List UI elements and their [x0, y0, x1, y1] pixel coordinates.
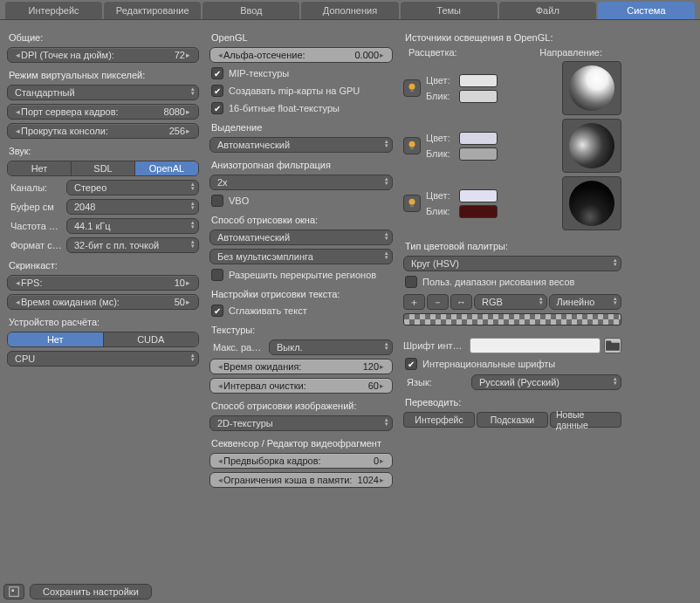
select-selection[interactable]: Автоматический▴▾ [209, 137, 393, 153]
chk-region-overlap[interactable]: Разрешить перекрытие регионов [209, 268, 393, 282]
select-language[interactable]: Русский (Русский)▴▾ [471, 374, 621, 390]
field-memcache[interactable]: ◂ Ограничения кэша в памяти: 1024▸ [209, 472, 393, 488]
chevron-right-icon[interactable]: ▸ [185, 51, 191, 59]
field-console[interactable]: ◂Прокрутка консоли: 256▸ [7, 123, 199, 139]
label-imgmethod: Способ отрисовки изображений: [211, 401, 391, 411]
label-vpix: Режим виртуальных пикселей: [9, 70, 197, 80]
field-fps[interactable]: ◂ FPS: 10▸ [7, 275, 199, 291]
svg-point-4 [409, 199, 415, 205]
select-ramp-interp[interactable]: Линейно▴▾ [549, 294, 622, 310]
select-format[interactable]: 32-бит с пл. точкой▴▾ [66, 237, 199, 253]
field-texgc[interactable]: ◂ Интервал очистки: 60▸ [209, 378, 393, 394]
updown-icon: ▴▾ [191, 86, 195, 95]
select-ramp-mode[interactable]: RGB▴▾ [474, 294, 547, 310]
field-alphaclip[interactable]: ◂ Альфа-отсечение: 0.000▸ [209, 47, 393, 63]
label-screencast: Скринкаст: [9, 260, 197, 271]
tab-1[interactable]: Редактирование [104, 2, 201, 19]
svg-rect-7 [11, 589, 14, 592]
tab-4[interactable]: Темы [401, 2, 498, 19]
select-aniso[interactable]: 2x▴▾ [209, 175, 393, 190]
tab-6[interactable]: Система [598, 2, 695, 19]
select-picker-type[interactable]: Круг (HSV)▴▾ [403, 256, 621, 271]
field-wait[interactable]: ◂ Время ожидания (мс): 50▸ [7, 294, 199, 310]
light-direction-2[interactable] [562, 176, 621, 230]
seg-sound[interactable]: НетSDLOpenAL [7, 161, 199, 176]
field-dpi[interactable]: ◂ DPI (Точек на дюйм): 72 ▸ [7, 47, 199, 63]
chk-vbo[interactable]: VBO [209, 194, 393, 208]
chk-gpumip[interactable]: Создавать mip-карты на GPU [209, 84, 393, 98]
light-direction-0[interactable] [562, 61, 621, 115]
editor-type-icon[interactable] [3, 584, 24, 600]
label-sequencer: Секвенсор / Редактор видеофрагмент [211, 438, 391, 449]
save-settings-button[interactable]: Сохранить настройки [30, 584, 152, 600]
chk-intl-fonts[interactable]: Интернациональные шрифты [403, 357, 621, 371]
tab-5[interactable]: Файл [499, 2, 596, 19]
light-spec-1[interactable] [459, 147, 498, 161]
chk-textaa[interactable]: Сглаживать текст [209, 304, 393, 318]
color-ramp[interactable] [403, 313, 621, 325]
label-aniso: Анизотропная фильтрация [211, 160, 391, 170]
svg-rect-1 [410, 90, 414, 93]
light-toggle-1[interactable] [403, 137, 421, 154]
light-diffuse-2[interactable] [459, 189, 498, 202]
seg-compute[interactable]: НетCUDA [7, 332, 199, 347]
light-diffuse-0[interactable] [459, 74, 498, 87]
light-direction-1[interactable] [562, 119, 621, 173]
label-opengl: OpenGL [211, 32, 391, 43]
select-vpix[interactable]: Стандартный ▴▾ [7, 85, 199, 100]
select-texsize[interactable]: Выкл.▴▾ [269, 339, 393, 355]
light-spec-2[interactable] [459, 205, 498, 218]
field-frameserver[interactable]: ◂Порт сервера кадров: 8080▸ [7, 104, 199, 120]
chk-mipmaps[interactable]: MIP-текстуры [209, 66, 393, 80]
label-direction: Направление: [539, 47, 602, 58]
translate-opt-0[interactable]: Интерфейс [403, 412, 475, 428]
sound-opt-1[interactable]: SDL [72, 161, 135, 175]
label-textdraw: Настройки отрисовки текста: [211, 289, 391, 299]
label-translate: Переводить: [405, 397, 620, 408]
select-winmethod[interactable]: Автоматический▴▾ [209, 230, 393, 245]
folder-icon[interactable] [604, 338, 621, 353]
select-cpu[interactable]: CPU▴▾ [7, 351, 199, 367]
tab-3[interactable]: Дополнения [301, 2, 398, 19]
light-diffuse-1[interactable] [459, 132, 498, 145]
chevron-left-icon[interactable]: ◂ [15, 51, 21, 59]
ramp-add-button[interactable]: ＋ [403, 294, 425, 310]
sound-opt-0[interactable]: Нет [8, 161, 72, 175]
compute-opt-1[interactable]: CUDA [104, 332, 199, 346]
select-imgmethod[interactable]: 2D-текстуры▴▾ [209, 415, 393, 431]
chk-custom-range[interactable]: Польз. диапазон рисования весов [403, 275, 621, 289]
select-rate[interactable]: 44.1 кГц▴▾ [66, 218, 199, 234]
svg-point-0 [409, 84, 415, 90]
svg-rect-5 [410, 205, 414, 208]
select-bufsize[interactable]: 2048▴▾ [66, 199, 199, 215]
label-colors: Расцветка: [408, 47, 457, 58]
tab-2[interactable]: Ввод [202, 2, 299, 19]
compute-opt-0[interactable]: Нет [8, 332, 104, 346]
tab-0[interactable]: Интерфейс [5, 2, 102, 19]
label-font: Шрифт инт… [403, 340, 466, 351]
field-texwait[interactable]: ◂ Время ожидания: 120▸ [209, 359, 393, 374]
label-picker-type: Тип цветовой палитры: [405, 241, 620, 251]
font-path-input[interactable] [470, 338, 600, 353]
label-sound: Звук: [9, 146, 197, 156]
select-channels[interactable]: Стерео▴▾ [66, 180, 199, 195]
select-multisample[interactable]: Без мультисэмплинга▴▾ [209, 249, 393, 264]
label-lights: Источники освещения в OpenGL: [405, 32, 620, 43]
label-selection: Выделение [211, 122, 391, 133]
translate-opt-2[interactable]: Новые данные [550, 412, 621, 428]
label-textures: Текстуры: [211, 325, 391, 335]
light-toggle-2[interactable] [403, 195, 421, 212]
ramp-flip-button[interactable]: ↔ [450, 294, 472, 310]
svg-point-2 [409, 141, 415, 147]
sound-opt-2[interactable]: OpenAL [135, 161, 198, 175]
ramp-del-button[interactable]: － [427, 294, 449, 310]
field-prefetch[interactable]: ◂ Предвыборка кадров: 0▸ [209, 453, 393, 469]
svg-rect-3 [410, 147, 414, 150]
label-winmethod: Способ отрисовки окна: [211, 215, 391, 225]
label-general: Общие: [9, 32, 197, 43]
light-spec-0[interactable] [459, 90, 498, 103]
label-compute: Устройство расчёта: [9, 317, 197, 327]
chk-float16[interactable]: 16-битные float-текстуры [209, 101, 393, 115]
translate-opt-1[interactable]: Подсказки [477, 412, 548, 428]
light-toggle-0[interactable] [403, 79, 421, 97]
